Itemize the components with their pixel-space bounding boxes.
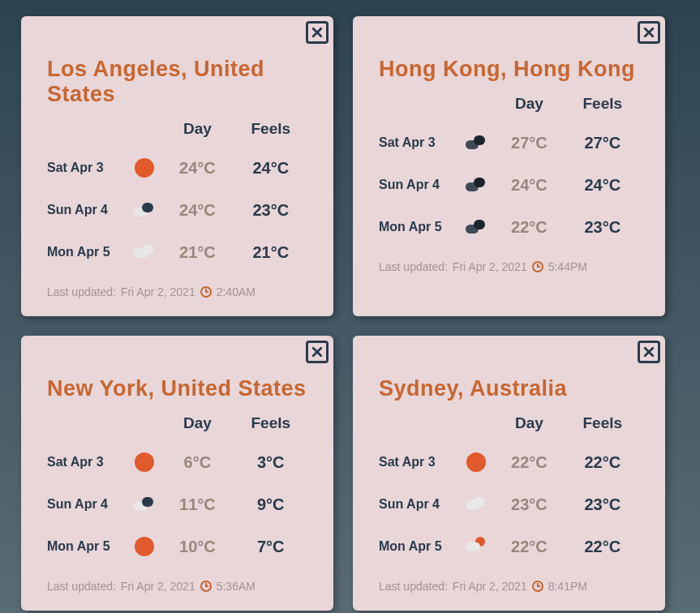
forecast-row: Sun Apr 4 11°C 9°C <box>47 492 307 517</box>
sunny-icon <box>464 450 488 474</box>
day-temp: 6°C <box>161 453 234 472</box>
forecast-row: Mon Apr 5 10°C 7°C <box>47 534 307 559</box>
forecast-row: Sun Apr 4 24°C 23°C <box>47 198 307 222</box>
header-day: Day <box>161 120 234 138</box>
forecast-row: Mon Apr 5 22°C 23°C <box>379 215 639 239</box>
forecast-row: Mon Apr 5 22°C 22°C <box>379 534 639 559</box>
forecast-row: Mon Apr 5 21°C 21°C <box>47 240 307 264</box>
day-temp: 24°C <box>492 176 565 195</box>
weather-icon-cell <box>459 215 492 239</box>
close-button[interactable] <box>306 341 329 363</box>
cloudy-icon <box>464 492 488 517</box>
forecast-date: Sun Apr 4 <box>379 178 459 192</box>
sunny-icon <box>132 450 157 474</box>
weather-icon-cell <box>459 173 492 197</box>
last-updated-date: Fri Apr 2, 2021 <box>121 285 195 298</box>
weather-icon-cell <box>127 492 161 517</box>
weather-icon-cell <box>459 450 492 474</box>
close-button[interactable] <box>306 21 329 44</box>
day-temp: 22°C <box>492 453 565 472</box>
weather-card: Hong Kong, Hong Kong Day Feels Sat Apr 3… <box>353 16 665 316</box>
last-updated-label: Last updated: <box>47 285 116 298</box>
weather-icon-cell <box>459 534 492 559</box>
sunny-icon <box>132 534 157 559</box>
weather-icon-cell <box>127 156 161 180</box>
last-updated: Last updated: Fri Apr 2, 2021 2:40AM <box>47 285 307 298</box>
header-day: Day <box>161 414 234 432</box>
forecast-date: Mon Apr 5 <box>47 245 127 259</box>
last-updated-time: 2:40AM <box>217 285 256 298</box>
feels-temp: 24°C <box>566 176 639 195</box>
forecast-date: Sat Apr 3 <box>379 455 459 469</box>
close-button[interactable] <box>638 21 660 44</box>
header-feels: Feels <box>566 414 639 432</box>
weather-icon-cell <box>459 131 492 155</box>
feels-temp: 23°C <box>566 218 639 237</box>
weather-icon-cell <box>127 450 161 474</box>
feels-temp: 9°C <box>234 495 307 514</box>
feels-temp: 3°C <box>234 453 307 472</box>
day-temp: 24°C <box>161 159 234 178</box>
forecast-date: Mon Apr 5 <box>379 220 459 234</box>
close-icon <box>311 26 324 39</box>
forecast-row: Sat Apr 3 24°C 24°C <box>47 156 307 180</box>
header-feels: Feels <box>566 95 639 113</box>
clock-icon <box>200 286 212 298</box>
partly-icon <box>132 198 157 222</box>
weather-card: New York, United States Day Feels Sat Ap… <box>21 336 333 611</box>
last-updated: Last updated: Fri Apr 2, 2021 5:44PM <box>379 260 639 273</box>
weather-icon-cell <box>127 240 161 264</box>
darkcloud-icon <box>464 173 488 197</box>
feels-temp: 22°C <box>566 453 639 472</box>
weather-icon-cell <box>459 492 492 517</box>
day-temp: 24°C <box>161 201 234 220</box>
feels-temp: 23°C <box>234 201 307 220</box>
sunny-icon <box>132 156 157 180</box>
location-title: Hong Kong, Hong Kong <box>379 57 639 82</box>
last-updated-time: 5:44PM <box>548 260 587 273</box>
last-updated: Last updated: Fri Apr 2, 2021 8:41PM <box>379 580 639 593</box>
clock-icon <box>532 261 543 272</box>
forecast-row: Sun Apr 4 24°C 24°C <box>379 173 639 197</box>
close-button[interactable] <box>638 341 660 363</box>
forecast-date: Sat Apr 3 <box>379 135 459 150</box>
last-updated-time: 8:41PM <box>548 580 587 593</box>
location-title: Sydney, Australia <box>379 376 639 401</box>
day-temp: 22°C <box>492 538 565 556</box>
column-headers: Day Feels <box>379 414 639 432</box>
column-headers: Day Feels <box>379 95 639 113</box>
clock-icon <box>532 581 543 592</box>
header-feels: Feels <box>234 120 307 138</box>
clock-icon <box>200 581 212 592</box>
column-headers: Day Feels <box>47 414 307 432</box>
feels-temp: 22°C <box>566 538 639 556</box>
day-temp: 11°C <box>161 495 234 514</box>
last-updated-date: Fri Apr 2, 2021 <box>121 580 195 593</box>
snow-sun-icon <box>464 534 488 559</box>
forecast-row: Sat Apr 3 6°C 3°C <box>47 450 307 474</box>
feels-temp: 27°C <box>566 134 639 152</box>
close-icon <box>642 26 655 39</box>
day-temp: 23°C <box>492 495 565 514</box>
header-day: Day <box>492 95 565 113</box>
close-icon <box>311 345 324 358</box>
last-updated-label: Last updated: <box>47 580 116 593</box>
forecast-row: Sat Apr 3 22°C 22°C <box>379 450 639 474</box>
last-updated: Last updated: Fri Apr 2, 2021 5:36AM <box>47 580 307 593</box>
location-title: Los Angeles, United States <box>47 57 307 107</box>
day-temp: 10°C <box>161 538 234 556</box>
day-temp: 21°C <box>161 243 234 262</box>
weather-card: Sydney, Australia Day Feels Sat Apr 3 22… <box>353 336 665 611</box>
forecast-date: Sat Apr 3 <box>47 455 127 469</box>
feels-temp: 23°C <box>566 495 639 514</box>
forecast-date: Sun Apr 4 <box>379 497 459 512</box>
forecast-date: Sat Apr 3 <box>47 161 127 175</box>
darkcloud-icon <box>464 131 488 155</box>
close-icon <box>642 345 655 358</box>
forecast-date: Mon Apr 5 <box>47 539 127 554</box>
last-updated-date: Fri Apr 2, 2021 <box>453 580 527 593</box>
forecast-date: Sun Apr 4 <box>47 203 127 217</box>
header-feels: Feels <box>234 414 307 432</box>
column-headers: Day Feels <box>47 120 307 138</box>
darkcloud-icon <box>464 215 488 239</box>
